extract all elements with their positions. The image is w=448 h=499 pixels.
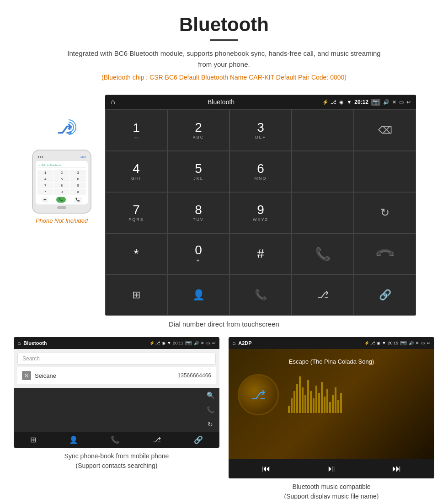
music-screen: ⌂ A2DP ⚡ ⎇ ◉ ▼ 20:15 📷 🔊 ✕ ▭ ↩ Escape (T…: [229, 337, 434, 478]
phonebook-caption: Sync phone-book from mobile phone (Suppo…: [64, 451, 169, 471]
phonebook-status-icons: ⎇ ◉ ▼ 20:11 📷 🔊 ✕ ▭ ↩: [155, 341, 216, 345]
vol-icon-music: 🔊: [409, 341, 414, 345]
dial-key-9[interactable]: 9 WXYZ: [229, 192, 292, 233]
prev-track-icon[interactable]: ⏮: [261, 463, 271, 474]
music-visualizer: [288, 376, 425, 413]
dial-key-6[interactable]: 6 MNO: [229, 151, 292, 192]
dial-key-5[interactable]: 5 JKL: [167, 151, 229, 192]
time-small: 20:11: [173, 341, 183, 345]
phonebook-action-bar: ⊞ 👤 📞 ⎇ 🔗: [14, 432, 219, 448]
phonebook-spacer: [14, 388, 201, 432]
phone-bottom-row: ⬅ 📞 📞: [37, 197, 86, 203]
dial-key-1[interactable]: 1 ○○: [105, 110, 167, 151]
phone-top-bar: ●●● M25: [36, 154, 88, 159]
phone-screen: + Add to Contacts 1 2 3 4 5 6 7 8 9 * 0 …: [36, 161, 88, 204]
sig-icon-music: ▼: [382, 341, 386, 345]
dial-backspace[interactable]: ⌫: [354, 110, 416, 151]
contact-number: 13566664466: [178, 372, 211, 379]
dial-key-3[interactable]: 3 DEF: [229, 110, 292, 151]
usb-icon-small: ⚡: [149, 341, 155, 345]
vol-icon-small: 🔊: [194, 341, 199, 345]
dial-action-contacts[interactable]: 👤: [167, 274, 229, 316]
back-icon-small: ↩: [212, 341, 216, 345]
play-pause-icon[interactable]: ⏯: [327, 463, 336, 474]
pb-link-icon[interactable]: 🔗: [194, 435, 203, 444]
phone-numpad: 1 2 3 4 5 6 7 8 9 * 0 #: [37, 170, 86, 195]
page-description: Integrated with BC6 Bluetooth module, su…: [64, 48, 384, 70]
back-icon-music: ↩: [427, 341, 431, 345]
home-icon-small: ⌂: [17, 340, 21, 346]
phonebook-status-bar: ⌂ Bluetooth ⚡ ⎇ ◉ ▼ 20:11 📷 🔊 ✕ ▭ ↩: [14, 337, 219, 349]
bluetooth-info: (Bluetooth chip : CSR BC6 Default Blueto…: [9, 74, 439, 81]
usb-icon-music: ⚡: [364, 341, 369, 345]
dial-empty-4: [292, 192, 354, 233]
dial-call-green[interactable]: 📞: [292, 233, 354, 274]
phonebook-section: ⌂ Bluetooth ⚡ ⎇ ◉ ▼ 20:11 📷 🔊 ✕ ▭ ↩ Sear…: [14, 337, 219, 499]
phone-contacts-header: + Add to Contacts: [37, 163, 86, 168]
sig-icon-small: ▼: [167, 341, 171, 345]
x-icon-music: ✕: [416, 341, 419, 345]
music-controls: ⏮ ⏯ ⏭: [229, 459, 434, 478]
contact-row: S Seicane 13566664466: [17, 367, 216, 384]
dial-key-2[interactable]: 2 ABC: [167, 110, 229, 151]
phone-body: ●●● M25 + Add to Contacts 1 2 3 4 5 6 7 …: [32, 150, 91, 214]
cam-icon-small: 📷: [185, 341, 192, 345]
dial-action-link[interactable]: 🔗: [354, 274, 416, 316]
bottom-section: ⌂ Bluetooth ⚡ ⎇ ◉ ▼ 20:11 📷 🔊 ✕ ▭ ↩ Sear…: [0, 337, 448, 499]
window-icon: ▭: [399, 99, 404, 105]
dial-key-4[interactable]: 4 GHI: [105, 151, 167, 192]
bluetooth-signal-icon: ⎇: [43, 113, 80, 145]
music-status-bar: ⌂ A2DP ⚡ ⎇ ◉ ▼ 20:15 📷 🔊 ✕ ▭ ↩: [229, 337, 434, 349]
location-icon: ◉: [339, 99, 344, 105]
win-icon-music: ▭: [421, 341, 425, 345]
bt-icon-music: ⎇: [370, 341, 375, 345]
phone-illustration: ⎇ ●●● M25 + Add to Contacts 1 2 3: [32, 113, 91, 224]
dial-action-bluetooth[interactable]: ⎇: [292, 274, 354, 316]
dial-action-grid[interactable]: ⊞: [105, 274, 167, 316]
pb-bt-icon[interactable]: ⎇: [153, 435, 161, 444]
bt-icon-small: ⎇: [155, 341, 160, 345]
page-title: Bluetooth: [9, 14, 439, 36]
camera-icon: 📷: [371, 99, 380, 106]
dial-redial[interactable]: ↻: [354, 192, 416, 233]
next-track-icon[interactable]: ⏭: [392, 463, 401, 474]
dialer-app-name: Bluetooth: [120, 98, 323, 106]
music-main: ⎇: [238, 374, 425, 415]
pb-grid-icon[interactable]: ⊞: [30, 435, 36, 444]
dial-action-phone[interactable]: 📞: [229, 274, 292, 316]
time-music: 20:15: [388, 341, 398, 345]
music-status-icons: ⎇ ◉ ▼ 20:15 📷 🔊 ✕ ▭ ↩: [370, 341, 431, 345]
dial-empty-3: [354, 151, 416, 192]
home-icon: ⌂: [111, 98, 115, 106]
music-app-name: A2DP: [238, 340, 364, 346]
pb-user-icon[interactable]: 👤: [69, 435, 78, 444]
dial-key-star[interactable]: *: [105, 233, 167, 274]
status-icons: ⎇ ◉ ▼ 20:12 📷 🔊 ✕ ▭ ↩: [331, 99, 411, 106]
phonebook-app-name: Bluetooth: [23, 340, 149, 346]
music-caption: Bluetooth music compatible (Support disp…: [284, 482, 379, 499]
phonebook-layout: 🔍 📞 ↻: [14, 388, 219, 432]
dialer-caption: Dial number direct from touchscreen: [0, 320, 448, 328]
dialer-status-bar: ⌂ Bluetooth ⚡ ⎇ ◉ ▼ 20:12 📷 🔊 ✕ ▭ ↩: [105, 95, 416, 109]
dial-call-red[interactable]: 📞: [354, 233, 416, 274]
dial-key-7[interactable]: 7 PQRS: [105, 192, 167, 233]
x-icon-small: ✕: [201, 341, 204, 345]
loc-icon-small: ◉: [162, 341, 165, 345]
search-bar[interactable]: Search: [17, 353, 216, 365]
dial-key-8[interactable]: 8 TUV: [167, 192, 229, 233]
call-icon-right[interactable]: 📞: [207, 406, 214, 413]
search-icon-right[interactable]: 🔍: [207, 392, 214, 399]
dial-key-0[interactable]: 0 +: [167, 233, 229, 274]
bluetooth-status-icon: ⎇: [331, 99, 336, 105]
close-icon: ✕: [392, 99, 396, 105]
dial-key-hash[interactable]: #: [229, 233, 292, 274]
usb-icon: ⚡: [322, 99, 329, 105]
pb-phone-icon[interactable]: 📞: [111, 435, 120, 444]
dial-empty-2: [292, 151, 354, 192]
status-time: 20:12: [354, 99, 368, 105]
album-art: ⎇: [238, 374, 279, 415]
phonebook-content: Search S Seicane 13566664466: [14, 349, 219, 388]
sync-icon-right[interactable]: ↻: [208, 421, 213, 428]
contact-name: Seicane: [35, 372, 178, 379]
volume-icon: 🔊: [383, 99, 389, 105]
